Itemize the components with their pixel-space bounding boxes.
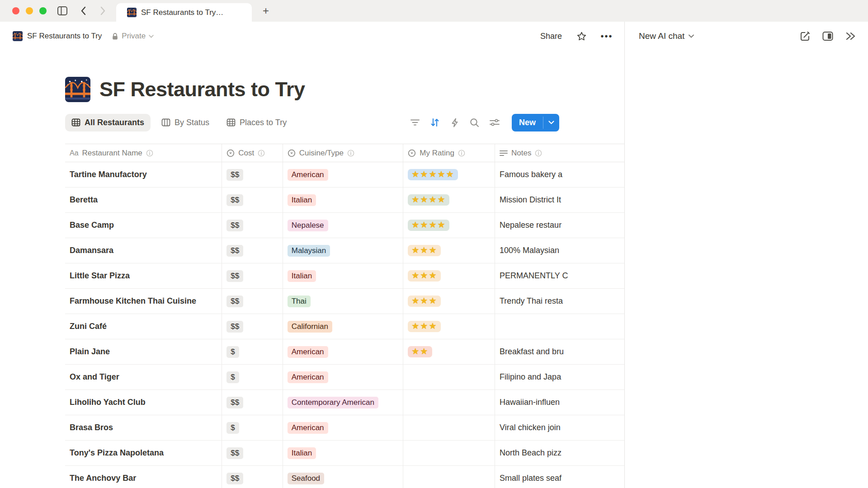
cuisine-cell[interactable]: Italian bbox=[283, 441, 404, 465]
restaurant-name-cell[interactable]: Base Camp bbox=[65, 213, 222, 238]
rating-cell[interactable] bbox=[403, 466, 495, 488]
notes-cell[interactable]: Breakfast and bru bbox=[495, 339, 624, 364]
cost-cell[interactable]: $ bbox=[222, 339, 283, 364]
cost-cell[interactable]: $$ bbox=[222, 314, 283, 339]
rating-cell[interactable]: ★★★★ bbox=[403, 188, 495, 212]
more-options-button[interactable]: ••• bbox=[601, 30, 613, 42]
table-row[interactable]: Plain Jane$American★★Breakfast and bru bbox=[65, 339, 624, 365]
cost-cell[interactable]: $$ bbox=[222, 188, 283, 212]
rating-cell[interactable] bbox=[403, 390, 495, 415]
column-header-cuisine[interactable]: Cuisine/Type bbox=[283, 144, 404, 162]
rating-cell[interactable]: ★★★ bbox=[403, 314, 495, 339]
notes-cell[interactable]: Filipino and Japa bbox=[495, 365, 624, 389]
notes-cell[interactable]: Hawaiian-influen bbox=[495, 390, 624, 415]
notes-cell[interactable]: Small plates seaf bbox=[495, 466, 624, 488]
info-icon[interactable] bbox=[535, 150, 542, 157]
restaurant-name-cell[interactable]: Farmhouse Kitchen Thai Cuisine bbox=[65, 289, 222, 314]
notes-cell[interactable]: 100% Malaysian bbox=[495, 238, 624, 263]
restaurant-name-cell[interactable]: Beretta bbox=[65, 188, 222, 212]
new-button-dropdown[interactable] bbox=[543, 114, 559, 131]
collapse-sidebar-chevrons-icon[interactable] bbox=[844, 30, 856, 42]
new-tab-button[interactable]: + bbox=[259, 5, 272, 17]
cuisine-cell[interactable]: Malaysian bbox=[283, 238, 404, 263]
restaurant-name-cell[interactable]: Damansara bbox=[65, 238, 222, 263]
cuisine-cell[interactable]: Italian bbox=[283, 188, 404, 212]
new-record-button[interactable]: New bbox=[512, 114, 559, 131]
restaurant-name-cell[interactable]: Ox and Tiger bbox=[65, 365, 222, 389]
table-row[interactable]: Tartine Manufactory$$American★★★★★Famous… bbox=[65, 162, 624, 188]
cuisine-cell[interactable]: American bbox=[283, 415, 404, 440]
table-row[interactable]: Tony's Pizza Napoletana$$ItalianNorth Be… bbox=[65, 441, 624, 466]
cuisine-cell[interactable]: American bbox=[283, 339, 404, 364]
table-row[interactable]: Little Star Pizza$$Italian★★★PERMANENTLY… bbox=[65, 263, 624, 289]
restaurant-name-cell[interactable]: Brasa Bros bbox=[65, 415, 222, 440]
rating-cell[interactable]: ★★ bbox=[403, 339, 495, 364]
rating-cell[interactable]: ★★★ bbox=[403, 289, 495, 314]
favorite-star-icon[interactable] bbox=[576, 30, 587, 42]
view-settings-icon[interactable] bbox=[489, 117, 500, 128]
panel-right-icon[interactable] bbox=[822, 30, 834, 42]
cuisine-cell[interactable]: Seafood bbox=[283, 466, 404, 488]
restaurant-name-cell[interactable]: Zuni Café bbox=[65, 314, 222, 339]
search-icon[interactable] bbox=[469, 117, 480, 128]
cost-cell[interactable]: $$ bbox=[222, 441, 283, 465]
view-tab-places-to-try[interactable]: Places to Try bbox=[220, 114, 293, 131]
cuisine-cell[interactable]: Italian bbox=[283, 263, 404, 288]
rating-cell[interactable] bbox=[403, 365, 495, 389]
notes-cell[interactable] bbox=[495, 314, 624, 339]
table-row[interactable]: Damansara$$Malaysian★★★100% Malaysian bbox=[65, 238, 624, 263]
cost-cell[interactable]: $$ bbox=[222, 289, 283, 314]
back-button-icon[interactable] bbox=[78, 5, 89, 16]
column-header-my-rating[interactable]: My Rating bbox=[403, 144, 495, 162]
ai-chat-title-dropdown[interactable]: New AI chat bbox=[639, 31, 694, 41]
table-row[interactable]: Ox and Tiger$AmericanFilipino and Japa bbox=[65, 365, 624, 390]
info-icon[interactable] bbox=[258, 150, 265, 157]
info-icon[interactable] bbox=[347, 150, 354, 157]
close-window-button[interactable] bbox=[12, 7, 19, 14]
restaurant-name-cell[interactable]: Little Star Pizza bbox=[65, 263, 222, 288]
cuisine-cell[interactable]: American bbox=[283, 365, 404, 389]
page-icon-bridge-emoji[interactable] bbox=[65, 77, 90, 102]
browser-tab[interactable]: SF Restaurants to Try… bbox=[116, 3, 252, 22]
column-header-cost[interactable]: Cost bbox=[222, 144, 283, 162]
cost-cell[interactable]: $$ bbox=[222, 162, 283, 187]
column-header-notes[interactable]: Notes bbox=[495, 144, 624, 162]
restaurant-name-cell[interactable]: Tartine Manufactory bbox=[65, 162, 222, 187]
cost-cell[interactable]: $ bbox=[222, 365, 283, 389]
rating-cell[interactable]: ★★★ bbox=[403, 238, 495, 263]
notes-cell[interactable]: Trendy Thai resta bbox=[495, 289, 624, 314]
rating-cell[interactable]: ★★★★ bbox=[403, 213, 495, 238]
rating-cell[interactable] bbox=[403, 441, 495, 465]
restaurant-name-cell[interactable]: Tony's Pizza Napoletana bbox=[65, 441, 222, 465]
cuisine-cell[interactable]: Thai bbox=[283, 289, 404, 314]
info-icon[interactable] bbox=[146, 150, 153, 157]
cuisine-cell[interactable]: Contemporary American bbox=[283, 390, 404, 415]
compose-new-chat-icon[interactable] bbox=[799, 30, 811, 42]
notes-cell[interactable]: Famous bakery a bbox=[495, 162, 624, 187]
restaurant-name-cell[interactable]: The Anchovy Bar bbox=[65, 466, 222, 488]
sort-icon[interactable] bbox=[429, 117, 440, 128]
privacy-dropdown[interactable]: Private bbox=[112, 32, 154, 41]
table-row[interactable]: The Anchovy Bar$$SeafoodSmall plates sea… bbox=[65, 466, 624, 488]
info-icon[interactable] bbox=[458, 150, 465, 157]
notes-cell[interactable]: Viral chicken join bbox=[495, 415, 624, 440]
new-button-label[interactable]: New bbox=[512, 114, 543, 131]
lightning-icon[interactable] bbox=[449, 117, 460, 128]
view-tab-all-restaurants[interactable]: All Restaurants bbox=[65, 114, 151, 131]
breadcrumb[interactable]: SF Restaurants to Try bbox=[13, 31, 102, 41]
cost-cell[interactable]: $ bbox=[222, 415, 283, 440]
table-row[interactable]: Beretta$$Italian★★★★Mission District It bbox=[65, 188, 624, 213]
view-tab-by-status[interactable]: By Status bbox=[155, 114, 216, 131]
cost-cell[interactable]: $$ bbox=[222, 390, 283, 415]
rating-cell[interactable]: ★★★ bbox=[403, 263, 495, 288]
restaurant-name-cell[interactable]: Liholiho Yacht Club bbox=[65, 390, 222, 415]
minimize-window-button[interactable] bbox=[26, 7, 33, 14]
filter-icon[interactable] bbox=[410, 117, 420, 128]
notes-cell[interactable]: PERMANENTLY C bbox=[495, 263, 624, 288]
table-row[interactable]: Farmhouse Kitchen Thai Cuisine$$Thai★★★T… bbox=[65, 289, 624, 314]
cost-cell[interactable]: $$ bbox=[222, 213, 283, 238]
cost-cell[interactable]: $$ bbox=[222, 466, 283, 488]
cuisine-cell[interactable]: Nepalese bbox=[283, 213, 404, 238]
zoom-window-button[interactable] bbox=[39, 7, 47, 14]
notes-cell[interactable]: Nepalese restaur bbox=[495, 213, 624, 238]
